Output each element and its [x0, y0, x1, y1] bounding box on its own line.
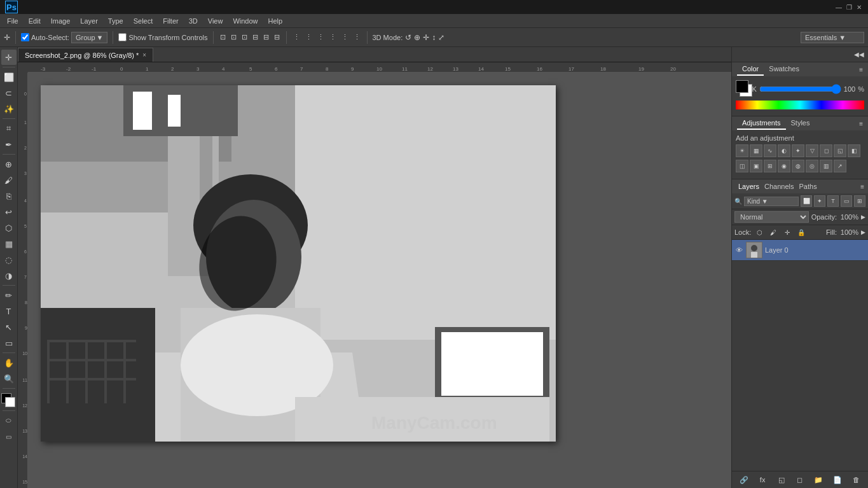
layer-filter-adjustment-icon[interactable]: ✦: [814, 195, 825, 207]
eraser-tool[interactable]: ⬡: [1, 220, 17, 235]
lock-all-btn[interactable]: 🔒: [796, 227, 807, 238]
adj-exposure-icon[interactable]: ◐: [778, 144, 790, 157]
type-tool[interactable]: T: [1, 303, 17, 319]
layer-visibility-0[interactable]: 👁: [734, 246, 743, 254]
minimize-button[interactable]: —: [835, 3, 843, 11]
tab-styles[interactable]: Styles: [786, 117, 815, 130]
menu-type[interactable]: Type: [104, 16, 128, 26]
lock-image-btn[interactable]: 🖌: [768, 227, 779, 238]
tab-channels[interactable]: Channels: [762, 181, 796, 192]
menu-help[interactable]: Help: [264, 16, 287, 26]
lock-position-btn[interactable]: ✛: [782, 227, 793, 238]
adj-threshold-icon[interactable]: ◍: [792, 160, 804, 172]
lasso-tool[interactable]: ⊂: [1, 85, 17, 101]
menu-window[interactable]: Window: [228, 16, 262, 26]
title-bar-controls[interactable]: — ❐ ✕: [835, 3, 863, 11]
history-brush-tool[interactable]: ↩: [1, 204, 17, 220]
path-select-tool[interactable]: ↖: [1, 319, 17, 335]
close-button[interactable]: ✕: [855, 3, 863, 11]
color-spectrum[interactable]: [736, 101, 864, 109]
color-panel-header[interactable]: Color Swatches ≡: [732, 62, 868, 76]
k-slider[interactable]: [759, 87, 841, 92]
tab-paths[interactable]: Paths: [797, 181, 820, 192]
tab-adjustments[interactable]: Adjustments: [737, 117, 786, 130]
3d-rotate-icon[interactable]: ↺: [405, 33, 411, 42]
menu-file[interactable]: File: [3, 16, 23, 26]
adj-hsl-icon[interactable]: ▽: [806, 144, 818, 157]
adj-curves-icon[interactable]: ∿: [764, 144, 776, 157]
align-center-v-icon[interactable]: ⊟: [262, 33, 270, 41]
layer-mask-btn[interactable]: ◱: [776, 474, 787, 485]
lock-pixels-btn[interactable]: ⬡: [754, 227, 765, 238]
layer-group-btn[interactable]: 📁: [813, 474, 824, 485]
pen-tool[interactable]: ✏: [1, 288, 17, 303]
layer-adjustment-btn[interactable]: ◻: [794, 474, 806, 485]
screen-mode-btn[interactable]: ▭: [1, 429, 17, 444]
blend-mode-select[interactable]: Normal: [734, 211, 809, 223]
adj-levels-icon[interactable]: ▦: [750, 144, 762, 157]
adj-photo-icon[interactable]: ◧: [848, 144, 860, 157]
menu-view[interactable]: View: [203, 16, 228, 26]
menu-image[interactable]: Image: [46, 16, 75, 26]
blur-tool[interactable]: ◌: [1, 252, 17, 267]
layer-fx-btn[interactable]: fx: [757, 474, 768, 485]
align-left-icon[interactable]: ⊡: [219, 33, 227, 41]
adj-colorlookup-icon[interactable]: ▣: [750, 160, 762, 172]
adj-bw-icon[interactable]: ◱: [834, 144, 846, 157]
layer-item-0[interactable]: 👁 Layer 0: [732, 240, 868, 261]
fg-bg-colors[interactable]: [1, 393, 17, 408]
workspace-dropdown[interactable]: Essentials ▼: [801, 32, 864, 43]
adj-panel-menu-icon[interactable]: ≡: [859, 120, 863, 127]
align-right-icon[interactable]: ⊡: [240, 33, 249, 41]
layer-filter-type-icon[interactable]: T: [827, 195, 839, 207]
fg-bg-swatch[interactable]: [736, 80, 750, 98]
fill-expand-icon[interactable]: ▶: [861, 229, 865, 235]
menu-edit[interactable]: Edit: [24, 16, 45, 26]
align-bottom-icon[interactable]: ⊟: [273, 33, 281, 41]
canvas-scroll-area[interactable]: -3 -2 -1 0 1 2 3 4 5 6 7 8 9 10 11 12 13: [18, 62, 731, 488]
adj-vibrance-icon[interactable]: ✦: [792, 144, 804, 157]
marquee-tool[interactable]: ⬜: [1, 69, 17, 85]
canvas-image-area[interactable]: [28, 73, 731, 488]
quick-select-tool[interactable]: ✨: [1, 101, 17, 116]
adjustments-panel-header[interactable]: Adjustments Styles ≡: [732, 116, 868, 130]
layers-kind-select[interactable]: Kind ▼: [744, 197, 799, 206]
adj-return-icon[interactable]: ↗: [834, 160, 846, 172]
show-transform-option[interactable]: Show Transform Controls: [118, 33, 207, 41]
3d-slide-icon[interactable]: ↕: [432, 33, 436, 42]
menu-select[interactable]: Select: [129, 16, 158, 26]
adj-invert-icon[interactable]: ⊞: [764, 160, 776, 172]
distribute-icon-4[interactable]: ⋮: [328, 33, 338, 41]
maximize-button[interactable]: ❐: [845, 3, 853, 11]
adj-posterize-icon[interactable]: ◉: [778, 160, 790, 172]
panel-collapse-icon[interactable]: ◀◀: [854, 51, 864, 58]
brush-tool[interactable]: 🖌: [1, 172, 17, 188]
distribute-icon-6[interactable]: ⋮: [352, 33, 362, 41]
3d-roll-icon[interactable]: ⊕: [414, 33, 420, 42]
color-panel-menu-icon[interactable]: ≡: [859, 66, 863, 73]
layer-filter-pixel-icon[interactable]: ⬜: [801, 195, 812, 207]
tab-color[interactable]: Color: [737, 63, 764, 76]
auto-select-checkbox[interactable]: [21, 33, 29, 41]
adj-gradientmap-icon[interactable]: ◎: [806, 160, 818, 172]
layer-delete-btn[interactable]: 🗑: [850, 474, 862, 485]
layer-filter-shape-icon[interactable]: ▭: [841, 195, 852, 207]
eyedropper-tool[interactable]: ✒: [1, 137, 17, 152]
group-dropdown[interactable]: Group ▼: [71, 32, 107, 43]
quick-mask-btn[interactable]: ⬭: [1, 413, 17, 428]
crop-tool[interactable]: ⌗: [1, 121, 17, 136]
fg-swatch[interactable]: [736, 80, 748, 93]
auto-select-option[interactable]: Auto-Select: Group ▼: [21, 32, 107, 43]
menu-3d[interactable]: 3D: [184, 16, 202, 26]
document-tab-close[interactable]: ×: [142, 52, 146, 59]
background-color[interactable]: [5, 397, 15, 407]
stamp-tool[interactable]: ⎘: [1, 188, 17, 204]
dodge-tool[interactable]: ◑: [1, 268, 17, 283]
3d-pan-icon[interactable]: ✛: [423, 33, 429, 42]
heal-tool[interactable]: ⊕: [1, 157, 17, 172]
distribute-icon-2[interactable]: ⋮: [304, 33, 313, 41]
layer-link-btn[interactable]: 🔗: [738, 474, 750, 485]
tab-layers[interactable]: Layers: [736, 181, 762, 192]
adj-colorbalance-icon[interactable]: ◻: [820, 144, 832, 157]
align-center-h-icon[interactable]: ⊡: [230, 33, 238, 41]
